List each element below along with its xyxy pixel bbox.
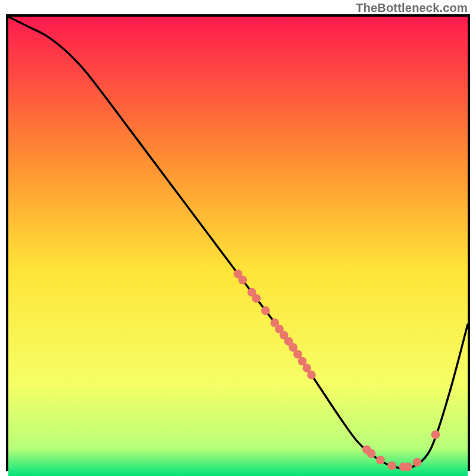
data-point [387, 461, 396, 470]
bottleneck-curve [8, 17, 468, 469]
data-point [413, 458, 422, 467]
data-point [431, 430, 440, 439]
data-point [238, 275, 247, 284]
data-point [376, 456, 385, 465]
data-point [261, 306, 270, 315]
data-points-group [234, 270, 440, 471]
watermark-text: TheBottleneck.com [356, 1, 468, 15]
chart-frame [6, 14, 470, 471]
data-point [403, 462, 412, 471]
chart-plot-layer [8, 17, 468, 476]
data-point [367, 449, 376, 458]
data-point [307, 371, 316, 380]
data-point [252, 294, 261, 303]
